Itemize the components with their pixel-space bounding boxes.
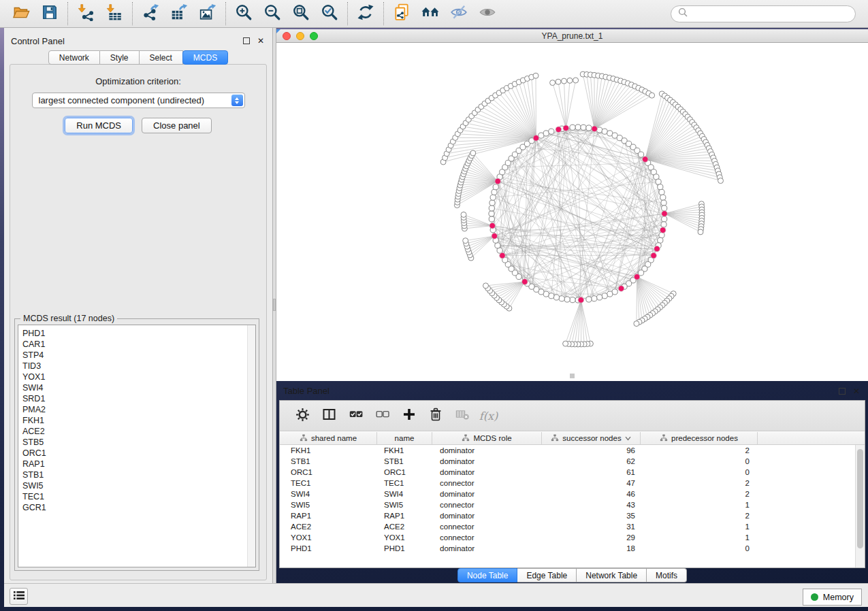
add-button[interactable] [396,403,422,428]
save-session-button[interactable] [35,2,64,25]
trash-button[interactable] [422,403,449,428]
minimize-window-icon[interactable] [296,32,304,40]
splitter-grip[interactable] [273,299,276,311]
clone-network-button[interactable] [387,2,416,25]
table-scrollbar[interactable] [855,445,865,567]
select-all-button[interactable] [342,403,369,428]
mcds-result-item[interactable]: ACE2 [22,426,244,437]
mcds-result-item[interactable]: GCR1 [22,502,244,513]
cell-successor-nodes: 31 [542,521,641,532]
cell-successor-nodes: 96 [542,445,641,456]
table-row[interactable]: ORC1ORC1dominator610 [280,467,855,478]
cell-MCDS-role: connector [432,532,542,543]
cell-predecessor-nodes: 1 [641,532,758,543]
table-row[interactable]: FKH1FKH1dominator962 [280,445,855,456]
optimization-criterion-select[interactable]: largest connected component (undirected) [32,93,245,108]
tab-network[interactable]: Network [48,50,100,65]
show-all-button[interactable] [473,2,502,25]
float-table-panel-icon[interactable] [839,388,846,395]
tab-select[interactable]: Select [140,50,183,65]
tab-style[interactable]: Style [100,50,140,65]
mcds-result-item[interactable]: ORC1 [22,448,244,459]
cell-MCDS-role: dominator [432,467,542,478]
zoom-selected-button[interactable] [315,2,344,25]
mcds-result-item[interactable]: TID3 [22,361,244,371]
memory-button[interactable]: Memory [803,589,862,606]
control-panel-content: Optimization criterion: largest connecte… [10,64,267,580]
show-panels-button[interactable] [10,588,28,605]
mcds-result-item[interactable]: YOX1 [22,371,244,382]
network-canvas[interactable] [276,43,868,381]
import-network-icon [77,3,95,24]
deselect-all-button[interactable] [369,403,396,428]
mcds-result-item[interactable]: SRD1 [22,393,244,404]
table-row[interactable]: SWI5SWI5connector431 [280,499,855,510]
tab-node-table[interactable]: Node Table [457,568,518,582]
search-box[interactable] [671,5,856,22]
close-window-icon[interactable] [283,32,291,40]
zoom-out-button[interactable] [258,2,287,25]
mcds-result-item[interactable]: SWI5 [22,480,244,491]
column-header-successor-nodes[interactable]: successor nodes [542,432,641,444]
mcds-result-item[interactable]: PMA2 [22,404,244,415]
mcds-result-item[interactable]: SWI4 [22,382,244,393]
tab-edge-table[interactable]: Edge Table [517,568,577,582]
tab-network-table[interactable]: Network Table [577,568,647,582]
column-header-predecessor-nodes[interactable]: predecessor nodes [641,432,758,444]
close-panel-button[interactable]: Close panel [142,118,212,133]
search-icon [678,7,688,20]
mcds-result-item[interactable]: STP4 [22,350,244,361]
export-table-icon [170,3,188,24]
table-row[interactable]: YOX1YOX1connector291 [280,532,855,543]
hide-selected-button[interactable] [445,2,473,25]
table-scrollbar-thumb[interactable] [857,449,863,548]
mcds-result-item[interactable]: TEC1 [22,491,244,502]
column-header-shared-name[interactable]: shared name [280,432,377,444]
export-image-icon [199,3,216,24]
columns-button[interactable] [316,403,342,428]
export-image-button[interactable] [193,2,222,25]
table-row[interactable]: PHD1PHD1dominator180 [280,543,855,554]
mcds-result-item[interactable]: STB5 [22,437,244,448]
tab-mcds[interactable]: MCDS [182,50,228,65]
export-table-button[interactable] [165,2,193,25]
first-neighbors-button[interactable] [416,2,445,25]
import-table-button[interactable] [100,2,129,25]
mcds-result-item[interactable]: STB1 [22,469,244,480]
toolbar-separator [383,2,384,25]
mcds-result-scrollbar[interactable] [247,325,255,567]
network-graph[interactable] [276,43,868,381]
zoom-in-button[interactable] [229,2,258,25]
maximize-window-icon[interactable] [310,32,318,40]
main-area: Control Panel ✕ NetworkStyleSelectMCDS O… [0,28,868,583]
tab-motifs[interactable]: Motifs [647,568,687,582]
table-row[interactable]: STB1STB1dominator620 [280,456,855,467]
gear-button[interactable] [289,403,316,428]
search-input[interactable] [692,8,848,19]
refresh-layout-button[interactable] [351,2,380,25]
mcds-result-item[interactable]: PHD1 [22,328,244,339]
canvas-scroll-dot[interactable] [570,374,575,378]
mcds-result-item[interactable]: FKH1 [22,415,244,426]
close-panel-icon[interactable]: ✕ [257,37,264,44]
mcds-result-item[interactable]: CAR1 [22,339,244,350]
export-network-button[interactable] [136,2,165,25]
table-row[interactable]: SWI4SWI4dominator462 [280,489,855,499]
float-panel-icon[interactable] [243,37,250,44]
open-session-button[interactable] [7,2,35,25]
import-network-button[interactable] [71,2,100,25]
mcds-result-list[interactable]: PHD1CAR1STP4TID3YOX1SWI4SRD1PMA2FKH1ACE2… [18,325,256,567]
zoom-in-icon [235,3,253,24]
run-mcds-button[interactable]: Run MCDS [65,118,133,133]
table-row[interactable]: TEC1TEC1connector472 [280,478,855,489]
table-row[interactable]: RAP1RAP1dominator352 [280,510,855,521]
cell-MCDS-role: dominator [432,543,542,554]
column-header-name[interactable]: name [377,432,432,444]
close-table-panel-icon[interactable]: ✕ [853,388,860,395]
cell-name: RAP1 [377,510,432,521]
column-header-MCDS-role[interactable]: MCDS role [432,432,542,444]
table-row[interactable]: ACE2ACE2connector311 [280,521,855,532]
memory-label: Memory [823,593,854,602]
mcds-result-item[interactable]: RAP1 [22,459,244,469]
zoom-fit-button[interactable] [287,2,315,25]
